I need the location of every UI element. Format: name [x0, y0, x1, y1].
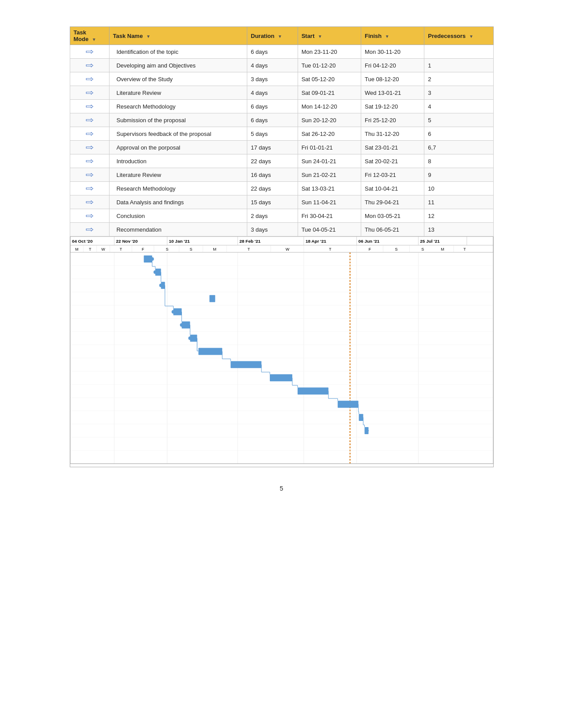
task-name: Identification of the topic — [109, 45, 247, 59]
task-duration: 15 days — [247, 195, 298, 209]
page-content: TaskMode ▼ Task Name ▼ Duration ▼ Start … — [70, 26, 494, 492]
table-row: ⇨Literature Review4 daysSat 09-01-21Wed … — [70, 86, 493, 100]
task-finish: Thu 31-12-20 — [361, 127, 424, 141]
svg-text:S: S — [395, 247, 397, 251]
page-number: 5 — [70, 485, 494, 492]
th-finish[interactable]: Finish ▼ — [361, 27, 424, 45]
task-predecessors: 2 — [424, 72, 493, 86]
bar-12 — [337, 401, 358, 408]
task-predecessors: 3 — [424, 86, 493, 100]
svg-text:T: T — [120, 247, 122, 251]
task-name: Introduction — [109, 154, 247, 168]
task-duration: 4 days — [247, 59, 298, 72]
task-finish: Fri 25-12-20 — [361, 113, 424, 127]
task-mode-icon: ⇨ — [70, 223, 109, 236]
task-predecessors: 4 — [424, 100, 493, 113]
task-duration: 3 days — [247, 223, 298, 236]
conn-13-14 — [363, 417, 364, 427]
bar-10 — [270, 374, 292, 381]
task-duration: 6 days — [247, 100, 298, 113]
task-finish: Mon 03-05-21 — [361, 209, 424, 223]
task-mode-icon: ⇨ — [70, 45, 109, 59]
table-row: ⇨Literature Review16 daysSun 21-02-21Fri… — [70, 168, 493, 182]
task-duration: 2 days — [247, 209, 298, 223]
svg-text:M: M — [75, 247, 78, 251]
svg-text:T: T — [247, 247, 250, 251]
conn-3-5 — [165, 285, 173, 308]
conn-12-13 — [358, 404, 359, 414]
th-predecessors[interactable]: Predecessors ▼ — [424, 27, 493, 45]
task-start: Fri 01-01-21 — [298, 141, 361, 154]
task-name: Research Methodology — [109, 100, 247, 113]
task-predecessors: 9 — [424, 168, 493, 182]
task-start: Mon 23-11-20 — [298, 45, 361, 59]
svg-text:T: T — [89, 247, 91, 251]
table-row: ⇨Overview of the Study3 daysSat 05-12-20… — [70, 72, 493, 86]
task-finish: Mon 30-11-20 — [361, 45, 424, 59]
task-predecessors: 6,7 — [424, 141, 493, 154]
task-mode-icon: ⇨ — [70, 72, 109, 86]
task-duration: 17 days — [247, 141, 298, 154]
task-duration: 6 days — [247, 45, 298, 59]
svg-rect-70 — [70, 236, 493, 464]
task-predecessors: 6 — [424, 127, 493, 141]
table-row: ⇨Research Methodology6 daysMon 14-12-20S… — [70, 100, 493, 113]
task-name: Literature Review — [109, 86, 247, 100]
svg-text:22 Nov '20: 22 Nov '20 — [116, 239, 137, 244]
task-name: Submission of the proposal — [109, 113, 247, 127]
task-name: Data Analysis and findings — [109, 195, 247, 209]
table-row: ⇨Developing aim and Objectives4 daysTue … — [70, 59, 493, 72]
task-name: Literature Review — [109, 168, 247, 182]
bar-4 — [209, 295, 215, 302]
gantt-chart-wrapper: 04 Oct '20 22 Nov '20 10 Jan '21 28 Feb … — [70, 236, 494, 467]
task-start: Sat 09-01-21 — [298, 86, 361, 100]
table-row: ⇨Conclusion2 daysFri 30-04-21Mon 03-05-2… — [70, 209, 493, 223]
task-duration: 16 days — [247, 168, 298, 182]
task-finish: Sat 23-01-21 — [361, 141, 424, 154]
th-task-mode[interactable]: TaskMode ▼ — [70, 27, 109, 45]
table-row: ⇨Research Methodology22 daysSat 13-03-21… — [70, 182, 493, 195]
task-start: Tue 04-05-21 — [298, 223, 361, 236]
svg-text:T: T — [329, 247, 332, 251]
th-duration[interactable]: Duration ▼ — [247, 27, 298, 45]
svg-text:T: T — [463, 247, 466, 251]
svg-text:28 Feb '21: 28 Feb '21 — [239, 239, 261, 244]
task-duration: 22 days — [247, 182, 298, 195]
bar-8 — [198, 348, 222, 355]
task-name: Research Methodology — [109, 182, 247, 195]
conn-10-11 — [292, 378, 297, 387]
task-mode-icon: ⇨ — [70, 182, 109, 195]
table-row: ⇨Recommendation3 daysTue 04-05-21Thu 06-… — [70, 223, 493, 236]
bar-11 — [297, 387, 328, 394]
svg-text:04 Oct '20: 04 Oct '20 — [72, 239, 92, 244]
task-duration: 22 days — [247, 154, 298, 168]
task-start: Sun 24-01-21 — [298, 154, 361, 168]
task-name: Conclusion — [109, 209, 247, 223]
svg-text:S: S — [166, 247, 168, 251]
th-start[interactable]: Start ▼ — [298, 27, 361, 45]
task-finish: Thu 29-04-21 — [361, 195, 424, 209]
task-finish: Thu 06-05-21 — [361, 223, 424, 236]
svg-text:06 Jun '21: 06 Jun '21 — [358, 239, 379, 244]
task-duration: 4 days — [247, 86, 298, 100]
svg-text:S: S — [189, 247, 192, 251]
th-task-name[interactable]: Task Name ▼ — [109, 27, 247, 45]
task-finish: Sat 19-12-20 — [361, 100, 424, 113]
task-start: Sun 21-02-21 — [298, 168, 361, 182]
milestone-6 — [180, 323, 183, 327]
task-duration: 6 days — [247, 113, 298, 127]
task-mode-icon: ⇨ — [70, 127, 109, 141]
svg-text:M: M — [441, 247, 444, 251]
task-start: Sun 11-04-21 — [298, 195, 361, 209]
conn-8-9 — [222, 351, 230, 361]
task-start: Tue 01-12-20 — [298, 59, 361, 72]
task-start: Sat 13-03-21 — [298, 182, 361, 195]
svg-text:W: W — [285, 247, 289, 251]
svg-text:10 Jan '21: 10 Jan '21 — [169, 239, 190, 244]
task-finish: Sat 20-02-21 — [361, 154, 424, 168]
svg-text:W: W — [101, 247, 105, 251]
svg-text:25 Jul '21: 25 Jul '21 — [420, 239, 440, 244]
milestone-5 — [171, 310, 175, 314]
conn-11-12 — [328, 391, 337, 401]
task-name: Approval on the porposal — [109, 141, 247, 154]
